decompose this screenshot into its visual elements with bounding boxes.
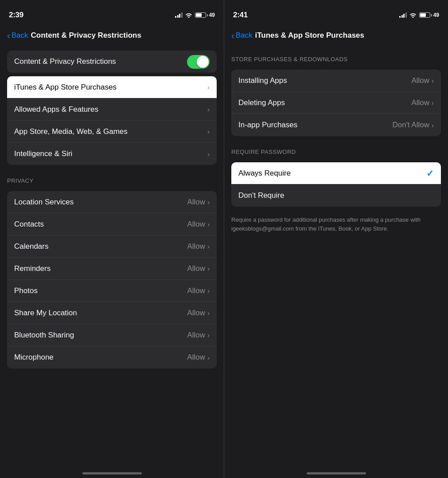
right-content: STORE PURCHASES & REDOWNLOADS Installing… xyxy=(224,47,448,463)
right-status-icons: 49 xyxy=(399,12,439,18)
app-store-media-label: App Store, Media, Web, & Games xyxy=(14,127,128,136)
microphone-right: Allow › xyxy=(187,353,210,362)
location-services-row[interactable]: Location Services Allow › xyxy=(7,191,217,213)
allowed-apps-chevron-icon: › xyxy=(207,106,210,113)
right-back-chevron-icon: ‹ xyxy=(231,31,234,40)
photos-row[interactable]: Photos Allow › xyxy=(7,280,217,302)
installing-apps-row[interactable]: Installing Apps Allow › xyxy=(231,70,441,92)
dont-require-row[interactable]: Don't Require xyxy=(231,184,441,207)
itunes-purchases-right: › xyxy=(207,83,210,91)
password-items-group: Always Require ✓ Don't Require xyxy=(231,162,441,207)
contacts-right: Allow › xyxy=(187,220,210,229)
allowed-apps-row[interactable]: Allowed Apps & Features › xyxy=(7,98,217,121)
contacts-label: Contacts xyxy=(14,220,44,229)
left-wifi-icon xyxy=(185,12,192,18)
left-back-button[interactable]: ‹ Back xyxy=(7,31,28,40)
right-home-indicator xyxy=(224,463,448,478)
toggle-label: Content & Privacy Restrictions xyxy=(14,57,116,66)
installing-apps-right: Allow › xyxy=(411,76,434,85)
share-my-location-value: Allow xyxy=(187,309,205,317)
installing-apps-value: Allow xyxy=(411,76,429,85)
intelligence-siri-right: › xyxy=(207,150,210,158)
left-nav-bar: ‹ Back Content & Privacy Restrictions xyxy=(0,24,224,47)
photos-chevron-icon: › xyxy=(207,287,210,294)
bluetooth-sharing-label: Bluetooth Sharing xyxy=(14,331,74,340)
app-store-media-chevron-icon: › xyxy=(207,128,210,135)
location-services-value: Allow xyxy=(187,198,205,207)
calendars-right: Allow › xyxy=(187,242,210,251)
store-items-group: Installing Apps Allow › Deleting Apps Al… xyxy=(231,70,441,136)
right-nav-bar: ‹ Back iTunes & App Store Purchases xyxy=(224,24,448,47)
right-panel: 2:41 49 ‹ Back iTunes & App Store Purcha… xyxy=(224,0,448,478)
contacts-row[interactable]: Contacts Allow › xyxy=(7,213,217,235)
microphone-value: Allow xyxy=(187,353,205,362)
deleting-apps-right: Allow › xyxy=(411,98,434,107)
calendars-chevron-icon: › xyxy=(207,243,210,250)
left-page-title: Content & Privacy Restrictions xyxy=(31,31,141,40)
microphone-row[interactable]: Microphone Allow › xyxy=(7,346,217,368)
in-app-purchases-label: In-app Purchases xyxy=(238,121,297,129)
left-back-label: Back xyxy=(12,31,28,40)
right-time: 2:41 xyxy=(233,11,248,20)
bluetooth-sharing-row[interactable]: Bluetooth Sharing Allow › xyxy=(7,324,217,346)
left-status-bar: 2:39 49 xyxy=(0,0,224,24)
right-signal-icon xyxy=(399,12,407,18)
installing-apps-chevron-icon: › xyxy=(432,77,434,84)
bluetooth-sharing-chevron-icon: › xyxy=(207,331,210,339)
installing-apps-label: Installing Apps xyxy=(238,76,287,85)
right-page-title: iTunes & App Store Purchases xyxy=(255,31,364,40)
right-status-bar: 2:41 49 xyxy=(224,0,448,24)
right-back-label: Back xyxy=(236,31,253,40)
in-app-purchases-chevron-icon: › xyxy=(432,121,434,129)
toggle-section: Content & Privacy Restrictions xyxy=(7,51,217,73)
contacts-chevron-icon: › xyxy=(207,220,210,228)
allowed-apps-label: Allowed Apps & Features xyxy=(14,105,98,114)
in-app-purchases-value: Don't Allow xyxy=(392,121,429,129)
app-store-media-row[interactable]: App Store, Media, Web, & Games › xyxy=(7,121,217,143)
itunes-purchases-chevron-icon: › xyxy=(207,83,210,91)
intelligence-siri-label: Intelligence & Siri xyxy=(14,149,72,158)
app-store-media-right: › xyxy=(207,128,210,135)
itunes-purchases-row[interactable]: iTunes & App Store Purchases › xyxy=(7,76,217,98)
left-time: 2:39 xyxy=(9,11,23,20)
microphone-chevron-icon: › xyxy=(207,354,210,361)
deleting-apps-row[interactable]: Deleting Apps Allow › xyxy=(231,92,441,114)
deleting-apps-chevron-icon: › xyxy=(432,99,434,106)
right-home-bar xyxy=(307,472,366,474)
reminders-row[interactable]: Reminders Allow › xyxy=(7,258,217,280)
photos-label: Photos xyxy=(14,286,38,295)
content-privacy-toggle[interactable] xyxy=(187,55,210,69)
location-services-chevron-icon: › xyxy=(207,198,210,206)
toggle-row: Content & Privacy Restrictions xyxy=(14,51,210,73)
right-back-button[interactable]: ‹ Back xyxy=(231,31,252,40)
calendars-row[interactable]: Calendars Allow › xyxy=(7,235,217,258)
location-services-right: Allow › xyxy=(187,198,210,207)
in-app-purchases-row[interactable]: In-app Purchases Don't Allow › xyxy=(231,114,441,136)
left-battery-icon: 49 xyxy=(195,12,215,18)
left-content: Content & Privacy Restrictions iTunes & … xyxy=(0,47,224,463)
left-signal-icon xyxy=(175,12,183,18)
allowed-apps-right: › xyxy=(207,106,210,113)
left-status-icons: 49 xyxy=(175,12,215,18)
share-my-location-label: Share My Location xyxy=(14,309,77,317)
in-app-purchases-right: Don't Allow › xyxy=(392,121,434,129)
deleting-apps-value: Allow xyxy=(411,98,429,107)
calendars-value: Allow xyxy=(187,242,205,251)
intelligence-siri-row[interactable]: Intelligence & Siri › xyxy=(7,143,217,165)
share-my-location-chevron-icon: › xyxy=(207,309,210,317)
bluetooth-sharing-value: Allow xyxy=(187,331,205,340)
contacts-value: Allow xyxy=(187,220,205,229)
left-home-bar xyxy=(82,472,142,474)
left-back-chevron-icon: ‹ xyxy=(7,31,10,40)
bluetooth-sharing-right: Allow › xyxy=(187,331,210,340)
reminders-chevron-icon: › xyxy=(207,265,210,272)
always-require-label: Always Require xyxy=(238,169,291,178)
photos-right: Allow › xyxy=(187,286,210,295)
itunes-purchases-label: iTunes & App Store Purchases xyxy=(14,83,117,92)
share-my-location-row[interactable]: Share My Location Allow › xyxy=(7,302,217,324)
intelligence-siri-chevron-icon: › xyxy=(207,150,210,158)
calendars-label: Calendars xyxy=(14,242,49,251)
right-wifi-icon xyxy=(409,12,417,18)
require-password-description: Require a password for additional purcha… xyxy=(224,210,448,238)
always-require-row[interactable]: Always Require ✓ xyxy=(231,162,441,184)
